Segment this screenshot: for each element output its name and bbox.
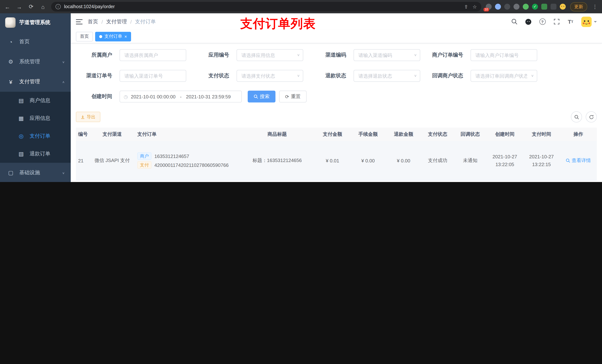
col-refund-amount: 退款金额 [386, 131, 421, 138]
font-size-icon[interactable]: TT [567, 18, 574, 25]
channel-code-filter-label: 渠道编码 [310, 52, 354, 58]
extension-check-icon[interactable]: ✓ [532, 4, 538, 10]
col-title: 商品标题 [239, 131, 315, 138]
col-pay-status: 支付状态 [421, 131, 454, 138]
table-body: 21 微信 JSAPI 支付 商户 1635312124657 支付 42000… [76, 141, 597, 182]
table-row: 20 微信 JSAPI 支付 商户 1635311949168 支付 42000… [76, 180, 597, 182]
merchant-order-no: 1635312124657 [154, 153, 189, 159]
search-button[interactable]: 搜索 [248, 91, 275, 103]
col-id: 编号 [76, 131, 91, 138]
merchant-order-filter-input[interactable] [471, 49, 537, 61]
breadcrumb: 首页 / 支付管理 / 支付订单 [88, 18, 156, 25]
logo-avatar [5, 17, 16, 28]
tab-label: 首页 [80, 33, 89, 40]
extension-pin-icon[interactable] [550, 4, 557, 10]
date-end-value: 2021-10-31 23:59:59 [186, 94, 231, 99]
col-create-time: 创建时间 [486, 130, 523, 138]
browser-toolbar: ← → ⟳ ⌂ i localhost:1024/pay/order ⇧ ☆ 1… [0, 0, 602, 13]
monitor-icon: ▢ [7, 169, 14, 176]
col-order: 支付订单 [133, 131, 239, 138]
github-icon[interactable] [525, 18, 532, 25]
breadcrumb-separator: / [101, 19, 103, 25]
notify-status-filter-select[interactable] [471, 70, 537, 82]
url-text[interactable]: localhost:1024/pay/order [64, 4, 461, 9]
refresh-table-button[interactable] [586, 111, 597, 123]
search-icon[interactable] [511, 18, 518, 25]
user-avatar[interactable] [581, 16, 597, 27]
address-bar[interactable]: i localhost:1024/pay/order ⇧ ☆ [51, 2, 481, 11]
extension-icon[interactable] [523, 4, 529, 10]
bank-card-icon: ▤ [18, 97, 24, 104]
site-info-icon[interactable]: i [55, 4, 61, 9]
refund-status-filter-select[interactable] [354, 70, 420, 82]
reload-icon[interactable]: ⟳ [27, 3, 35, 10]
close-icon[interactable]: × [124, 34, 127, 39]
channel-code-filter-select[interactable] [354, 49, 420, 61]
target-icon: ◎ [18, 133, 24, 139]
extension-icon[interactable]: 10 [486, 4, 492, 10]
collapse-sidebar-icon[interactable] [76, 19, 83, 24]
caret-down-icon [594, 21, 597, 24]
cell-pay-status: 支付成功 [421, 157, 454, 164]
help-icon[interactable]: ? [539, 18, 546, 25]
app-filter-select[interactable] [236, 49, 303, 61]
extension-face-icon[interactable] [560, 4, 566, 10]
extension-book-icon[interactable] [541, 4, 547, 10]
content-area: 所属商户 应用编号 ∨ 渠道编码 ∨ 商户订单编号 [71, 43, 602, 182]
sidebar-item-refund-order[interactable]: ▧ 退款订单 [0, 145, 71, 163]
browser-menu-icon[interactable]: ⋮ [592, 4, 598, 10]
col-pay-time: 支付时间 [523, 130, 560, 138]
download-icon [81, 115, 85, 119]
fullscreen-icon[interactable] [553, 18, 560, 25]
tab-label: 支付订单 [104, 33, 122, 40]
col-notify-status: 回调状态 [454, 131, 486, 138]
sidebar-item-payment[interactable]: ¥ 支付管理 ∧ [0, 72, 71, 92]
bookmark-star-icon[interactable]: ☆ [473, 4, 477, 10]
gear-icon: ⚙ [7, 58, 14, 65]
back-icon[interactable]: ← [4, 3, 11, 10]
sidebar-item-merchant-info[interactable]: ▤ 商户信息 [0, 92, 71, 110]
breadcrumb-payment[interactable]: 支付管理 [106, 18, 127, 25]
refresh-icon: ⟳ [285, 94, 289, 99]
date-separator: - [178, 94, 183, 99]
cell-channel: 微信 JSAPI 支付 [91, 157, 133, 164]
channel-order-filter-label: 渠道订单号 [76, 73, 119, 79]
toggle-search-button[interactable] [571, 111, 582, 123]
payment-submenu: ▤ 商户信息 ▦ 应用信息 ◎ 支付订单 ▧ 退款订单 [0, 92, 71, 163]
sidebar-item-app-info[interactable]: ▦ 应用信息 [0, 110, 71, 127]
channel-pay-no: 4200001174202110278060590766 [154, 162, 229, 168]
screen: ← → ⟳ ⌂ i localhost:1024/pay/order ⇧ ☆ 1… [0, 0, 602, 182]
sidebar-item-label: 基础设施 [19, 169, 40, 176]
dashboard-icon: ◔ [7, 39, 14, 45]
breadcrumb-home[interactable]: 首页 [88, 18, 98, 25]
create-time-range-picker[interactable]: ◷ 2021-10-01 00:00:00 - 2021-10-31 23:59… [119, 91, 242, 103]
cell-title: 标题：1635312124656 [239, 157, 315, 164]
sidebar-item-infrastructure[interactable]: ▢ 基础设施 ∨ [0, 163, 71, 182]
home-icon[interactable]: ⌂ [39, 3, 47, 10]
search-icon [566, 158, 570, 163]
sidebar-item-home[interactable]: ◔ 首页 [0, 32, 71, 52]
export-button[interactable]: 导出 [76, 112, 100, 122]
merchant-order-filter-label: 商户订单编号 [427, 52, 471, 58]
reset-button[interactable]: ⟳ 重置 [279, 91, 307, 103]
chrome-update-button[interactable]: 更新 [570, 2, 587, 11]
cell-refund-amount: ¥ 0.00 [386, 158, 421, 163]
tab-pay-order[interactable]: 支付订单 × [95, 32, 131, 41]
tab-home[interactable]: 首页 [76, 32, 93, 41]
sidebar-item-system[interactable]: ⚙ 系统管理 ∨ [0, 52, 71, 72]
view-detail-link[interactable]: 查看详情 [566, 157, 591, 164]
sidebar-item-pay-order[interactable]: ◎ 支付订单 [0, 127, 71, 145]
extension-icon[interactable] [514, 4, 519, 10]
cell-id: 21 [76, 158, 91, 163]
app-logo[interactable]: 芋道管理系统 [0, 13, 71, 32]
tags-view-bar: 首页 支付订单 × [71, 30, 602, 43]
forward-icon[interactable]: → [16, 3, 23, 10]
app-title: 芋道管理系统 [19, 19, 50, 26]
pay-status-filter-select[interactable] [236, 70, 303, 82]
extension-icon[interactable] [495, 4, 501, 10]
page-header: 首页 / 支付管理 / 支付订单 支付订单列表 ? [71, 13, 602, 30]
share-icon[interactable]: ⇧ [464, 4, 468, 10]
extension-icon[interactable] [504, 4, 510, 10]
merchant-filter-input[interactable] [119, 49, 186, 61]
channel-order-filter-input[interactable] [119, 70, 186, 82]
